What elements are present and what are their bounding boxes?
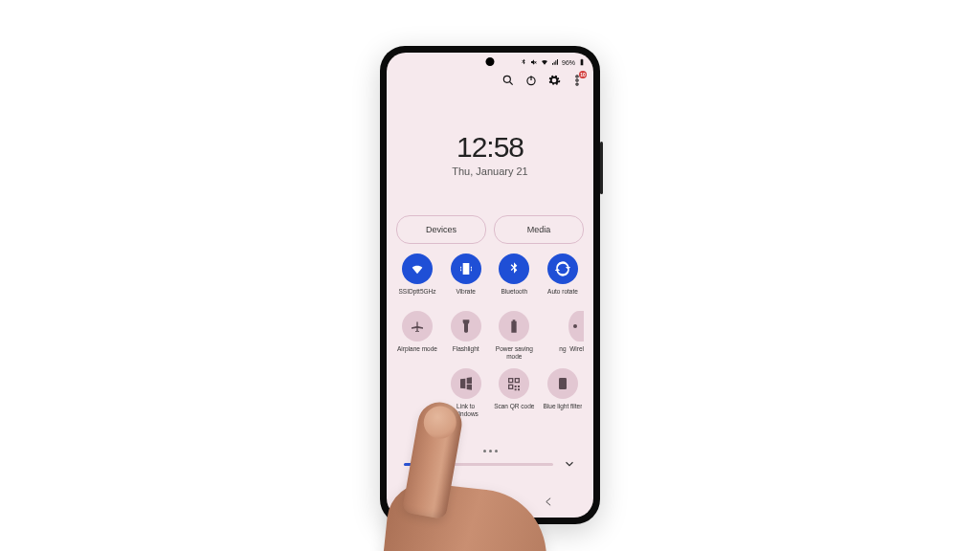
tile-wifi[interactable]: SSIDptt5GHz bbox=[396, 253, 438, 303]
bluetooth-tile-icon bbox=[499, 253, 529, 284]
windows-icon bbox=[451, 368, 481, 399]
quick-settings-grid: SSIDptt5GHz Vibrate Bluetooth Auto rotat… bbox=[396, 253, 584, 426]
svg-rect-6 bbox=[559, 378, 567, 389]
vibrate-icon bbox=[451, 253, 481, 284]
battery-icon bbox=[578, 58, 586, 66]
settings-gear-icon[interactable] bbox=[547, 74, 561, 87]
home-button[interactable] bbox=[484, 496, 497, 508]
pager-dot-icon bbox=[495, 450, 498, 452]
wifi-status-icon bbox=[541, 58, 548, 66]
svg-point-4 bbox=[576, 83, 578, 85]
pager-dot-icon bbox=[483, 450, 486, 452]
clock-date: Thu, January 21 bbox=[387, 165, 593, 177]
back-button[interactable] bbox=[543, 496, 555, 508]
tile-vibrate[interactable]: Vibrate bbox=[445, 253, 487, 303]
svg-point-3 bbox=[576, 76, 578, 77]
bluetooth-icon bbox=[520, 58, 527, 66]
battery-save-icon bbox=[499, 311, 529, 342]
media-pill[interactable]: Media bbox=[494, 215, 584, 244]
tile-label: ng Wirel bbox=[559, 345, 584, 361]
svg-rect-7 bbox=[487, 498, 494, 505]
tile-scan-qr[interactable]: Scan QR code bbox=[493, 368, 535, 418]
signal-icon bbox=[551, 58, 559, 66]
mute-icon bbox=[530, 58, 538, 66]
devices-pill[interactable]: Devices bbox=[396, 215, 486, 244]
tile-blue-light[interactable]: Blue light filter bbox=[542, 368, 584, 418]
smart-view-row: Devices Media bbox=[396, 215, 584, 244]
bluelight-icon bbox=[547, 368, 578, 399]
notification-badge: 10 bbox=[579, 71, 587, 78]
chevron-down-icon[interactable] bbox=[563, 457, 576, 471]
flashlight-icon bbox=[451, 311, 481, 342]
pager-dot-icon bbox=[489, 450, 492, 452]
brightness-row bbox=[404, 454, 576, 474]
notifications-icon[interactable]: 10 bbox=[570, 74, 584, 87]
clock-time: 12:58 bbox=[387, 131, 593, 164]
share-icon bbox=[568, 311, 584, 342]
clock-block: 12:58 Thu, January 21 bbox=[387, 131, 593, 177]
tile-label: Scan QR code bbox=[494, 403, 534, 418]
front-camera bbox=[486, 57, 495, 66]
tile-label: Blue light filter bbox=[544, 403, 583, 418]
tile-label: Link to Windows bbox=[445, 403, 487, 418]
battery-text: 96% bbox=[562, 59, 575, 66]
svg-point-2 bbox=[576, 79, 578, 81]
tile-label: Auto rotate bbox=[547, 288, 578, 303]
qr-icon bbox=[499, 368, 529, 399]
tile-power-saving[interactable]: Power saving mode bbox=[493, 311, 535, 361]
panel-actions: 10 bbox=[501, 74, 584, 87]
recents-button[interactable] bbox=[426, 496, 438, 508]
tile-link-windows[interactable]: Link to Windows bbox=[445, 368, 487, 418]
phone-screen: 96% 10 12:58 Thu, January 21 Device bbox=[387, 53, 593, 518]
wifi-icon bbox=[402, 253, 433, 284]
search-icon[interactable] bbox=[501, 74, 515, 87]
brightness-slider[interactable] bbox=[404, 463, 553, 466]
power-icon[interactable] bbox=[524, 74, 538, 87]
tile-bluetooth[interactable]: Bluetooth bbox=[493, 253, 535, 303]
tile-label: Vibrate bbox=[456, 288, 475, 303]
airplane-icon bbox=[402, 311, 433, 342]
tile-label: Power saving mode bbox=[493, 345, 535, 361]
tile-autorotate[interactable]: Auto rotate bbox=[542, 253, 584, 303]
tile-airplane[interactable]: Airplane mode bbox=[396, 311, 438, 361]
pager-dots bbox=[387, 450, 593, 452]
android-navbar bbox=[387, 491, 593, 512]
status-bar: 96% bbox=[520, 55, 586, 69]
rotate-icon bbox=[547, 253, 578, 284]
svg-point-5 bbox=[573, 324, 577, 328]
tile-label: Flashlight bbox=[453, 345, 479, 361]
svg-point-0 bbox=[503, 76, 510, 82]
slider-knob[interactable] bbox=[440, 458, 452, 470]
tile-label: SSIDptt5GHz bbox=[398, 288, 435, 303]
phone-frame: 96% 10 12:58 Thu, January 21 Device bbox=[380, 46, 600, 524]
tile-label: Bluetooth bbox=[501, 288, 527, 303]
tile-wireless-partial[interactable]: ng Wirel bbox=[542, 311, 584, 361]
tile-label: Airplane mode bbox=[397, 345, 437, 361]
tile-flashlight[interactable]: Flashlight bbox=[445, 311, 487, 361]
